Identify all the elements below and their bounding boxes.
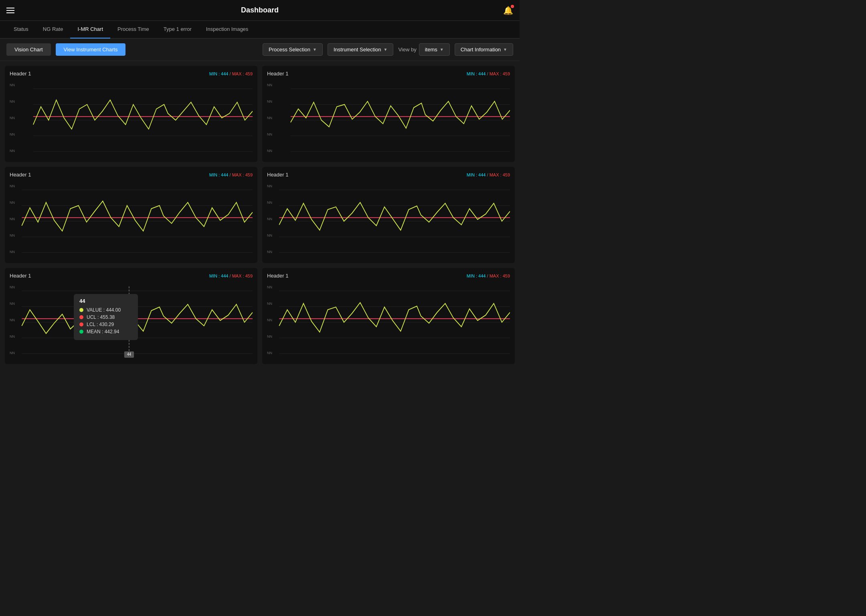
tooltip-mean-row: MEAN : 442.94 <box>79 329 132 334</box>
process-selection-dropdown[interactable]: Process Selection ▼ <box>263 43 323 56</box>
topbar: Dashboard 🔔 <box>0 0 520 21</box>
chart-title-6: Header 1 <box>267 273 288 279</box>
notification-dot <box>511 5 514 8</box>
charts-grid: Header 1 MIN : 444 / MAX : 459 NN NN NN … <box>0 61 520 369</box>
chart-minmax-6: MIN : 444 / MAX : 459 <box>467 274 510 278</box>
chart-title-4: Header 1 <box>267 172 288 178</box>
y-axis-labels: NN NN NN NN NN <box>267 181 279 257</box>
chart-title-3: Header 1 <box>10 172 31 178</box>
chart-title-1: Header 1 <box>10 71 31 77</box>
chevron-down-icon: ▼ <box>503 47 507 52</box>
page-title: Dashboard <box>241 6 279 14</box>
chart-information-dropdown[interactable]: Chart Information ▼ <box>455 43 513 56</box>
chart-card-6: Header 1 MIN : 444 / MAX : 459 NN NN NN … <box>262 268 515 364</box>
tooltip-lcl-row: LCL : 430.29 <box>79 322 132 327</box>
chart-svg-1[interactable]: NN NN NN NN NN <box>10 80 253 156</box>
chart-minmax-2: MIN : 444 / MAX : 459 <box>467 71 510 76</box>
tooltip-lcl-dot <box>79 322 83 326</box>
chart-card-5: Header 1 MIN : 444 / MAX : 459 NN NN NN … <box>5 268 257 364</box>
menu-button[interactable] <box>6 8 14 13</box>
chart-title-2: Header 1 <box>267 71 288 77</box>
tab-type1-error[interactable]: Type 1 error <box>156 21 199 38</box>
chart-card-2: Header 1 MIN : 444 / MAX : 459 NN NN NN … <box>262 66 515 162</box>
chevron-down-icon: ▼ <box>383 47 387 52</box>
tab-inspection-images[interactable]: Inspection Images <box>199 21 256 38</box>
tooltip-x-label: 44 <box>79 298 132 304</box>
chart-title-5: Header 1 <box>10 273 31 279</box>
chart-minmax-1: MIN : 444 / MAX : 459 <box>209 71 253 76</box>
tooltip-ucl-label: UCL : 455.38 <box>87 314 115 320</box>
y-axis-labels: NN NN NN NN NN <box>267 282 279 358</box>
tab-imr-chart[interactable]: I-MR Chart <box>70 21 110 38</box>
chart-svg-5[interactable]: NN NN NN NN NN 44 <box>10 282 253 358</box>
notification-bell[interactable]: 🔔 <box>503 6 513 15</box>
tooltip-mean-dot <box>79 330 83 334</box>
chart-minmax-4: MIN : 444 / MAX : 459 <box>467 172 510 177</box>
y-axis-labels: NN NN NN NN NN <box>267 80 279 156</box>
y-axis-labels: NN NN NN NN NN <box>10 282 22 358</box>
chart-card-4: Header 1 MIN : 444 / MAX : 459 NN NN NN … <box>262 167 515 263</box>
chart-header-5: Header 1 MIN : 444 / MAX : 459 <box>10 273 253 279</box>
tab-ng-rate[interactable]: NG Rate <box>36 21 71 38</box>
chevron-down-icon: ▼ <box>313 47 317 52</box>
tab-process-time[interactable]: Process Time <box>110 21 156 38</box>
vision-chart-button[interactable]: Vision Chart <box>6 43 51 56</box>
chart-header-2: Header 1 MIN : 444 / MAX : 459 <box>267 71 510 77</box>
viewby-group: View by items ▼ <box>398 43 449 56</box>
view-instrument-charts-button[interactable]: View Instrument Charts <box>56 43 126 56</box>
instrument-selection-dropdown[interactable]: Instrument Selection ▼ <box>328 43 393 56</box>
chart-svg-4[interactable]: NN NN NN NN NN <box>267 181 510 257</box>
chart-tooltip: 44 VALUE : 444.00 UCL : 455.38 LCL : 430… <box>74 294 138 340</box>
tooltip-mean-label: MEAN : 442.94 <box>87 329 119 334</box>
chart-card-3: Header 1 MIN : 444 / MAX : 459 NN NN NN … <box>5 167 257 263</box>
tooltip-value-row: VALUE : 444.00 <box>79 307 132 313</box>
tooltip-lcl-label: LCL : 430.29 <box>87 322 114 327</box>
chart-header-6: Header 1 MIN : 444 / MAX : 459 <box>267 273 510 279</box>
chart-svg-6[interactable]: NN NN NN NN NN <box>267 282 510 358</box>
tab-status[interactable]: Status <box>6 21 36 38</box>
chart-svg-2[interactable]: NN NN NN NN NN <box>267 80 510 156</box>
tooltip-value-label: VALUE : 444.00 <box>87 307 121 313</box>
nav-tabs: Status NG Rate I-MR Chart Process Time T… <box>0 21 520 38</box>
tooltip-ucl-dot <box>79 315 83 319</box>
tooltip-ucl-row: UCL : 455.38 <box>79 314 132 320</box>
chart-minmax-5: MIN : 444 / MAX : 459 <box>209 274 253 278</box>
chart-card-1: Header 1 MIN : 444 / MAX : 459 NN NN NN … <box>5 66 257 162</box>
toolbar: Vision Chart View Instrument Charts Proc… <box>0 38 520 61</box>
chevron-down-icon: ▼ <box>440 47 444 52</box>
y-axis-labels: NN NN NN NN NN <box>10 80 22 156</box>
svg-text:44: 44 <box>127 352 132 357</box>
chart-minmax-3: MIN : 444 / MAX : 459 <box>209 172 253 177</box>
chart-header-1: Header 1 MIN : 444 / MAX : 459 <box>10 71 253 77</box>
chart-svg-3[interactable]: NN NN NN NN NN <box>10 181 253 257</box>
chart-header-4: Header 1 MIN : 444 / MAX : 459 <box>267 172 510 178</box>
tooltip-value-dot <box>79 308 83 312</box>
chart-header-3: Header 1 MIN : 444 / MAX : 459 <box>10 172 253 178</box>
y-axis-labels: NN NN NN NN NN <box>10 181 22 257</box>
items-dropdown[interactable]: items ▼ <box>419 43 450 56</box>
